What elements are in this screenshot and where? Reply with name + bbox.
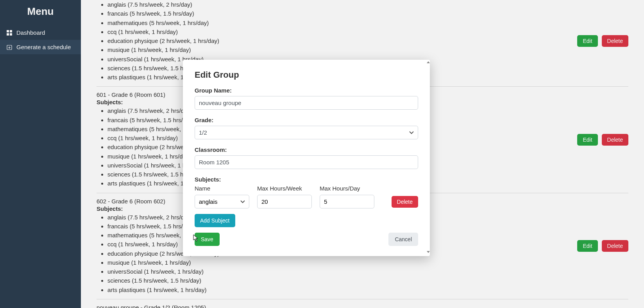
modal-overlay[interactable]: Edit Group Group Name: Grade: 1/2 Classr… (0, 0, 644, 308)
scroll-up-icon[interactable] (427, 61, 430, 63)
col-hours-week-header: Max Hours/Week (257, 185, 312, 192)
grade-select[interactable]: 1/2 (195, 126, 418, 139)
delete-subject-button[interactable]: Delete (392, 196, 418, 208)
max-hours-day-input[interactable] (320, 195, 374, 208)
scroll-down-icon[interactable] (427, 251, 430, 253)
modal-title: Edit Group (195, 70, 418, 80)
group-name-input[interactable] (195, 96, 418, 110)
edit-group-modal: Edit Group Group Name: Grade: 1/2 Classr… (183, 60, 430, 256)
grade-label: Grade: (195, 117, 418, 123)
group-name-label: Group Name: (195, 87, 418, 94)
add-subject-button[interactable]: Add Subject (195, 214, 235, 227)
col-hours-day-header: Max Hours/Day (320, 185, 374, 192)
subject-name-select[interactable]: anglais (195, 195, 249, 208)
max-hours-week-input[interactable] (257, 195, 312, 208)
save-button[interactable]: Save (195, 233, 220, 246)
col-name-header: Name (195, 185, 249, 192)
subjects-section-label: Subjects: (195, 176, 418, 183)
subject-headers: Name Max Hours/Week Max Hours/Day (195, 185, 418, 192)
classroom-label: Classroom: (195, 146, 418, 153)
classroom-input[interactable] (195, 155, 418, 169)
cancel-button[interactable]: Cancel (388, 233, 418, 246)
subject-row: anglais Delete (195, 195, 418, 208)
